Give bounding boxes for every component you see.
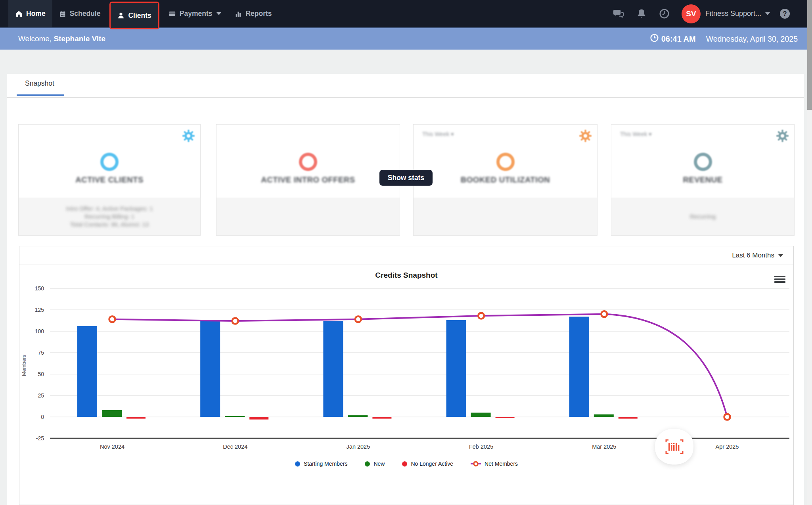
- revenue-ring-icon: [694, 153, 712, 171]
- chat-icon[interactable]: [607, 0, 630, 27]
- active-intro-offers-title: ACTIVE INTRO OFFERS: [216, 175, 400, 184]
- x-tick-label: Apr 2025: [716, 444, 739, 450]
- chart-bar: [77, 326, 97, 417]
- chart-bar: [446, 320, 466, 417]
- net-members-marker: [355, 316, 361, 322]
- x-tick-label: Nov 2024: [100, 444, 124, 450]
- bell-icon[interactable]: [630, 0, 653, 27]
- calendar-icon: [59, 10, 66, 17]
- show-stats-button[interactable]: Show stats: [379, 170, 433, 186]
- person-icon: [117, 12, 124, 19]
- chart-bar: [126, 417, 146, 419]
- x-tick-label: Jan 2025: [347, 444, 370, 450]
- x-tick-label: Mar 2025: [592, 444, 616, 450]
- nav-item-home[interactable]: Home: [8, 0, 52, 27]
- chart-card-header: Last 6 Months: [19, 246, 793, 265]
- nav-item-clients-label: Clients: [128, 12, 151, 20]
- chart-bar: [225, 416, 245, 417]
- chart-bar: [348, 415, 368, 417]
- barcode-logo-icon: [665, 439, 684, 455]
- active-clients-ring-icon: [100, 153, 119, 171]
- date-range-dropdown[interactable]: Last 6 Months: [732, 252, 783, 259]
- date-range-label: Last 6 Months: [732, 252, 774, 259]
- legend-line-marker-icon: [471, 461, 481, 467]
- chart-bar: [569, 317, 589, 417]
- revenue-gear-icon[interactable]: [776, 130, 789, 142]
- revenue-title: REVENUE: [611, 175, 794, 184]
- navbar-right-cluster: SV Fitness Support... ?: [607, 0, 812, 27]
- legend-item: Net Members: [471, 461, 518, 467]
- chart-title: Credits Snapshot: [19, 271, 793, 280]
- nav-item-home-label: Home: [26, 10, 46, 18]
- help-icon[interactable]: ?: [773, 0, 796, 27]
- welcome-message: Welcome, Stephanie Vite: [18, 35, 105, 43]
- loading-brand-spinner: [655, 429, 693, 465]
- legend-item: Starting Members: [295, 461, 347, 467]
- nav-item-reports[interactable]: Reports: [228, 0, 278, 27]
- svg-text:?: ?: [783, 10, 787, 17]
- chart-bar: [619, 417, 638, 419]
- active-clients-footer-line: Recurring Billing: 1: [84, 213, 134, 220]
- revenue-card: This Week ▾REVENUERecurring: [611, 124, 795, 236]
- legend-dot-icon: [402, 461, 407, 467]
- legend-item: New: [365, 461, 385, 467]
- active-intro-offers-ring-icon: [299, 153, 317, 171]
- navbar-items: Home Schedule Clients Payments Report: [0, 0, 279, 27]
- active-clients-title: ACTIVE CLIENTS: [19, 175, 200, 184]
- chart-bar: [471, 413, 491, 417]
- chart-bar: [323, 321, 343, 417]
- x-tick-label: Feb 2025: [469, 444, 493, 450]
- clock-icon[interactable]: [653, 0, 676, 27]
- y-tick-label: 0: [41, 414, 44, 420]
- legend-label: New: [373, 461, 385, 467]
- booked-utilization-period-dropdown[interactable]: This Week ▾: [422, 131, 454, 137]
- nav-item-payments[interactable]: Payments: [162, 0, 228, 27]
- credits-snapshot-card: Last 6 Months Credits Snapshot 150125100…: [19, 246, 794, 505]
- legend-label: Starting Members: [304, 461, 347, 467]
- chevron-down-icon: [216, 12, 221, 15]
- chevron-down-icon: [778, 254, 783, 257]
- avatar[interactable]: SV: [682, 4, 701, 23]
- active-clients-footer-line: Total Contacts: 96, Alumni: 13: [70, 221, 149, 228]
- chart-bar: [594, 415, 614, 417]
- chart-bar: [372, 417, 391, 419]
- legend-label: No Longer Active: [411, 461, 453, 467]
- welcome-bar: Welcome, Stephanie Vite 06:41 AM Wednesd…: [0, 27, 812, 50]
- current-time: 06:41 AM: [650, 34, 696, 44]
- revenue-footer: Recurring: [611, 198, 794, 235]
- net-members-marker: [724, 414, 730, 420]
- user-name: Stephanie Vite: [54, 35, 105, 43]
- current-date: Wednesday, April 30, 2025: [706, 35, 798, 44]
- revenue-period-dropdown[interactable]: This Week ▾: [620, 131, 652, 137]
- legend-label: Net Members: [485, 461, 518, 467]
- account-dropdown[interactable]: Fitness Support...: [705, 10, 770, 18]
- chart-bar: [102, 410, 122, 417]
- booked-utilization-card: This Week ▾BOOKED UTILIZATION: [413, 124, 598, 236]
- net-members-marker: [109, 316, 115, 322]
- active-clients-card: ACTIVE CLIENTSIntro Offer: 4, Active Pac…: [18, 124, 201, 236]
- tab-snapshot[interactable]: Snapshot: [25, 79, 54, 88]
- y-tick-label: 125: [35, 307, 44, 313]
- clock-icon: [650, 34, 659, 44]
- legend-item: No Longer Active: [402, 461, 453, 467]
- credit-card-icon: [169, 10, 176, 17]
- nav-item-payments-label: Payments: [180, 10, 213, 18]
- booked-utilization-ring-icon: [496, 153, 515, 171]
- booked-utilization-gear-icon[interactable]: [579, 130, 592, 142]
- page-scrollbar-track: [807, 0, 812, 505]
- y-tick-label: 25: [38, 392, 44, 399]
- net-members-marker: [601, 311, 607, 317]
- chart-bar: [496, 417, 515, 418]
- net-members-marker: [478, 313, 484, 319]
- page-scrollbar-thumb[interactable]: [807, 0, 812, 110]
- active-clients-footer: Intro Offer: 4, Active Packages: 1Recurr…: [19, 198, 200, 235]
- nav-item-clients[interactable]: Clients: [109, 2, 159, 29]
- legend-dot-icon: [365, 461, 370, 467]
- tab-row-divider: [7, 97, 804, 98]
- active-intro-offers-footer: [216, 198, 400, 235]
- chart-bar: [200, 321, 220, 417]
- active-intro-offers-card: ACTIVE INTRO OFFERS: [216, 124, 400, 236]
- y-tick-label: 50: [38, 371, 44, 377]
- nav-item-schedule[interactable]: Schedule: [52, 0, 107, 27]
- active-clients-gear-icon[interactable]: [182, 130, 195, 142]
